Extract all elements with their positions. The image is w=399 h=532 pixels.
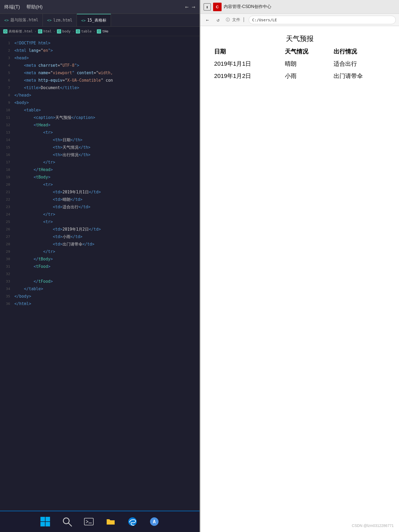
cell-travel-1: 适合出行 xyxy=(330,58,388,70)
code-line[interactable]: 8</head> xyxy=(0,92,200,99)
line-number: 20 xyxy=(2,181,10,188)
code-area[interactable]: 1<!DOCTYPE html>2<html lang="en">3<head>… xyxy=(0,36,200,511)
refresh-button[interactable]: ↺ xyxy=(214,16,222,24)
col-header-weather: 天气情况 xyxy=(282,45,330,58)
code-line[interactable]: 30 </tBody> xyxy=(0,255,200,263)
code-line[interactable]: 13 <tr> xyxy=(0,129,200,136)
code-line[interactable]: 28 <td>出门请带伞</td> xyxy=(0,240,200,248)
app-icon[interactable]: A xyxy=(148,515,161,528)
code-content: </table> xyxy=(14,285,43,293)
line-number: 17 xyxy=(2,159,10,166)
code-content: <td>2019年1月1日</td> xyxy=(14,188,101,196)
code-line[interactable]: 10 <table> xyxy=(0,106,200,114)
back-arrow[interactable]: ← xyxy=(185,3,189,10)
code-line[interactable]: 25 <tr> xyxy=(0,218,200,226)
code-content: <tr> xyxy=(14,181,53,188)
code-line[interactable]: 1<!DOCTYPE html> xyxy=(0,39,200,47)
code-content: <td>出门请带伞</td> xyxy=(14,240,94,248)
svg-text:A: A xyxy=(153,519,156,524)
code-line[interactable]: 35</body> xyxy=(0,293,200,300)
folder-icon[interactable] xyxy=(104,515,117,528)
svg-rect-3 xyxy=(45,522,50,526)
breadcrumb-thead-label: tHe xyxy=(102,29,108,33)
code-line[interactable]: 17 </tr> xyxy=(0,159,200,166)
cell-travel-2: 出门请带伞 xyxy=(330,70,388,82)
code-content: <td>晴朗</td> xyxy=(14,196,82,203)
code-content: </body> xyxy=(14,293,31,300)
code-line[interactable]: 18 </tHead> xyxy=(0,166,200,173)
code-line[interactable]: 9<body> xyxy=(0,99,200,106)
code-content: </tBody> xyxy=(14,255,53,263)
tab-label-3: 15_表格标 xyxy=(87,18,106,23)
code-line[interactable]: 20 <tr> xyxy=(0,181,200,188)
code-content: <th>日期</th> xyxy=(14,136,82,144)
code-line[interactable]: 29 </tr> xyxy=(0,248,200,255)
code-content: <title>Document</title> xyxy=(14,84,79,92)
svg-rect-1 xyxy=(45,517,50,521)
code-line[interactable]: 36</html> xyxy=(0,300,200,307)
line-number: 4 xyxy=(2,62,10,69)
code-line[interactable]: 33 </tFood> xyxy=(0,278,200,285)
tab-label-2: lzm.html xyxy=(53,18,72,23)
breadcrumb-file: ⬡ 表格标签.html xyxy=(3,29,33,34)
windows-icon[interactable] xyxy=(39,515,52,528)
code-line[interactable]: 23 <td>适合出行</td> xyxy=(0,203,200,211)
line-number: 27 xyxy=(2,233,10,240)
code-line[interactable]: 15 <th>天气情况</th> xyxy=(0,144,200,151)
code-line[interactable]: 27 <td>小雨</td> xyxy=(0,233,200,240)
menu-help[interactable]: 帮助(H) xyxy=(26,4,43,10)
code-content: <td>小雨</td> xyxy=(14,233,82,240)
code-line[interactable]: 7 <title>Document</title> xyxy=(0,84,200,92)
search-icon[interactable] xyxy=(60,515,74,528)
code-line[interactable]: 16 <th>出行情况</th> xyxy=(0,151,200,159)
breadcrumb-table: ⬡ table xyxy=(76,29,92,34)
tab-titles-paragraphs[interactable]: <> 题与段落.html xyxy=(0,14,43,27)
browser-toolbar: ← ↺ ⓘ 文件 │ C:/Users/LE xyxy=(200,14,399,26)
code-line[interactable]: 34 </table> xyxy=(0,285,200,293)
code-line[interactable]: 2<html lang="en"> xyxy=(0,47,200,54)
code-line[interactable]: 22 <td>晴朗</td> xyxy=(0,196,200,203)
col-header-date: 日期 xyxy=(211,45,282,58)
line-number: 24 xyxy=(2,211,10,218)
browser-content: 天气预报 日期 天气情况 出行情况 2019年1月1日 晴朗 适合出行 2019… xyxy=(200,26,399,532)
code-line[interactable]: 19 <tBody> xyxy=(0,173,200,181)
menu-terminal[interactable]: 终端(T) xyxy=(4,4,20,10)
code-line[interactable]: 12 <tHead> xyxy=(0,121,200,129)
back-button[interactable]: ← xyxy=(203,16,211,24)
edge-icon[interactable] xyxy=(126,515,139,528)
nav-arrows: ← → xyxy=(185,3,196,10)
breadcrumb-sep-3: › xyxy=(72,29,74,33)
csdn-logo: C xyxy=(213,3,222,11)
code-line[interactable]: 24 </tr> xyxy=(0,211,200,218)
forward-arrow[interactable]: → xyxy=(192,3,195,10)
weather-header-row: 日期 天气情况 出行情况 xyxy=(211,45,388,58)
code-line[interactable]: 32 xyxy=(0,270,200,278)
thead-icon: ⬡ xyxy=(97,29,101,34)
code-line[interactable]: 4 <meta charrset="UTF-8"> xyxy=(0,62,200,69)
breadcrumb-filename: 表格标签.html xyxy=(9,29,33,34)
line-number: 13 xyxy=(2,129,10,136)
code-content: </tr> xyxy=(14,159,55,166)
code-line[interactable]: 11 <caption>天气预报</caption> xyxy=(0,114,200,121)
tab-table[interactable]: <> 15_表格标 xyxy=(77,14,111,27)
html-icon: ⬡ xyxy=(38,29,42,34)
code-line[interactable]: 14 <th>日期</th> xyxy=(0,136,200,144)
terminal-icon[interactable] xyxy=(82,515,95,528)
line-number: 35 xyxy=(2,293,10,300)
url-bar[interactable]: C:/Users/LE xyxy=(249,16,396,24)
line-number: 18 xyxy=(2,166,10,173)
editor-menubar: 终端(T) 帮助(H) ← → xyxy=(0,0,200,14)
cell-weather-2: 小雨 xyxy=(282,70,330,82)
code-line[interactable]: 26 <td>2019年1月2日</td> xyxy=(0,226,200,233)
line-number: 12 xyxy=(2,121,10,129)
code-content: <td>适合出行</td> xyxy=(14,203,90,211)
line-number: 6 xyxy=(2,77,10,84)
code-line[interactable]: 3<head> xyxy=(0,54,200,62)
line-number: 7 xyxy=(2,84,10,92)
code-line[interactable]: 6 <meta http-equiv="X-UA-Comatible" con xyxy=(0,77,200,84)
svg-rect-0 xyxy=(40,517,45,521)
code-line[interactable]: 21 <td>2019年1月1日</td> xyxy=(0,188,200,196)
code-line[interactable]: 5 <meta name="viewport" content="width, xyxy=(0,69,200,77)
tab-lzm[interactable]: <> lzm.html xyxy=(43,14,77,27)
code-line[interactable]: 31 <tFood> xyxy=(0,263,200,270)
